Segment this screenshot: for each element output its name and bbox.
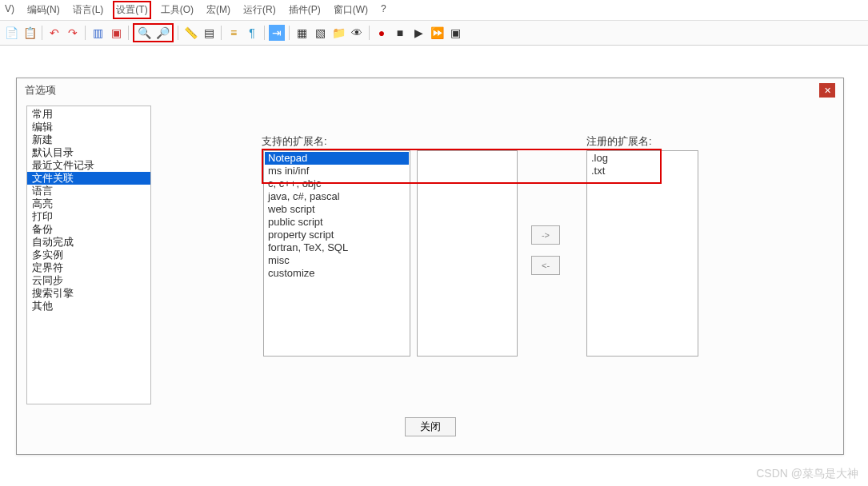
sidebar-item-search-engine[interactable]: 搜索引擎 <box>27 287 150 300</box>
grid-icon[interactable]: ▤ <box>201 25 217 41</box>
registered-ext-label: 注册的扩展名: <box>586 134 652 149</box>
list-item[interactable]: property script <box>265 229 409 241</box>
sidebar-item-delimiter[interactable]: 定界符 <box>27 261 150 274</box>
list-item[interactable]: web script <box>265 203 409 216</box>
marker-icon[interactable]: ▣ <box>108 25 124 41</box>
preferences-dialog: 首选项 ✕ 常用 编辑 新建 默认目录 最近文件记录 文件关联 语言 高亮 打印… <box>16 78 844 455</box>
separator <box>264 26 265 40</box>
arrow-left-button[interactable]: <- <box>531 256 560 275</box>
separator <box>42 26 42 40</box>
menu-encoding[interactable]: 编码(N) <box>26 2 62 18</box>
sidebar-item-highlight[interactable]: 高亮 <box>27 197 150 210</box>
menu-language[interactable]: 语言(L) <box>71 2 106 18</box>
list-item[interactable]: customize <box>265 267 409 280</box>
indent-icon[interactable]: ⇥ <box>269 25 285 41</box>
separator <box>128 26 129 40</box>
separator <box>221 26 222 40</box>
close-button[interactable]: ✕ <box>819 83 835 98</box>
fast-forward-icon[interactable]: ⏩ <box>429 25 445 41</box>
highlighted-tools: 🔍 🔎 <box>133 23 174 42</box>
list-item[interactable]: java, c#, pascal <box>265 190 409 203</box>
zoom-in-icon[interactable]: 🔍 <box>136 25 152 41</box>
stop-icon[interactable]: ■ <box>392 25 408 41</box>
arrow-right-button[interactable]: -> <box>531 225 560 245</box>
menu-help[interactable]: ? <box>379 2 388 18</box>
list-item[interactable]: c, c++, objc <box>265 177 409 190</box>
folder-icon[interactable]: 📁 <box>330 25 346 41</box>
list-item[interactable]: Notepad <box>265 152 409 165</box>
registered-ext-listbox[interactable]: .log .txt <box>586 150 698 357</box>
menubar: V) 编码(N) 语言(L) 设置(T) 工具(O) 宏(M) 运行(R) 插件… <box>0 0 868 21</box>
file-icon[interactable]: 📄 <box>3 25 19 41</box>
chart-icon[interactable]: ▥ <box>90 25 106 41</box>
sidebar-item-cloud[interactable]: 云同步 <box>27 274 150 287</box>
list-item[interactable]: ms ini/inf <box>265 165 409 177</box>
menu-tools[interactable]: 工具(O) <box>159 2 195 18</box>
redo-icon[interactable]: ↷ <box>65 25 81 41</box>
sidebar-item-new[interactable]: 新建 <box>27 133 150 146</box>
list-item[interactable]: misc <box>265 254 409 267</box>
separator <box>178 26 178 40</box>
sidebar-item-backup[interactable]: 备份 <box>27 223 150 236</box>
middle-listbox[interactable] <box>417 150 518 357</box>
ruler-icon[interactable]: 📏 <box>182 25 198 41</box>
preferences-sidebar: 常用 编辑 新建 默认目录 最近文件记录 文件关联 语言 高亮 打印 备份 自动… <box>26 106 151 404</box>
eye-icon[interactable]: 👁 <box>349 25 365 41</box>
sidebar-item-multi-instance[interactable]: 多实例 <box>27 249 150 261</box>
list-item[interactable]: fortran, TeX, SQL <box>265 241 409 254</box>
list-icon[interactable]: ≡ <box>226 25 242 41</box>
close-dialog-button[interactable]: 关闭 <box>405 417 456 436</box>
menu-macro[interactable]: 宏(M) <box>205 2 232 18</box>
separator <box>369 26 370 40</box>
sidebar-item-edit[interactable]: 编辑 <box>27 121 150 133</box>
list-item[interactable]: public script <box>265 216 409 229</box>
separator <box>85 26 86 40</box>
list-item[interactable]: .txt <box>588 165 697 177</box>
pilcrow-icon[interactable]: ¶ <box>244 25 260 41</box>
sidebar-item-file-assoc[interactable]: 文件关联 <box>27 172 150 185</box>
undo-icon[interactable]: ↶ <box>46 25 62 41</box>
sidebar-item-default-dir[interactable]: 默认目录 <box>27 146 150 159</box>
watermark: CSDN @菜鸟是大神 <box>756 467 858 481</box>
separator <box>289 26 290 40</box>
format2-icon[interactable]: ▧ <box>312 25 328 41</box>
dialog-title: 首选项 <box>25 83 56 98</box>
list-item[interactable]: .log <box>588 152 697 165</box>
zoom-out-icon[interactable]: 🔎 <box>154 25 170 41</box>
sidebar-item-recent-files[interactable]: 最近文件记录 <box>27 159 150 172</box>
sidebar-item-other[interactable]: 其他 <box>27 300 150 313</box>
menu-run[interactable]: 运行(R) <box>242 2 278 18</box>
text-record-icon[interactable]: ▣ <box>447 25 463 41</box>
menu-window[interactable]: 窗口(W) <box>332 2 370 18</box>
sidebar-item-general[interactable]: 常用 <box>27 108 150 121</box>
sidebar-item-language[interactable]: 语言 <box>27 185 150 197</box>
copy-icon[interactable]: 📋 <box>22 25 38 41</box>
format-icon[interactable]: ▦ <box>294 25 310 41</box>
sidebar-item-autocomplete[interactable]: 自动完成 <box>27 236 150 249</box>
main-pane: 支持的扩展名: 注册的扩展名: Notepad ms ini/inf c, c+… <box>159 106 835 404</box>
supported-ext-label: 支持的扩展名: <box>262 134 327 149</box>
sidebar-item-print[interactable]: 打印 <box>27 210 150 223</box>
supported-ext-listbox[interactable]: Notepad ms ini/inf c, c++, objc java, c#… <box>263 150 410 357</box>
toolbar: 📄 📋 ↶ ↷ ▥ ▣ 🔍 🔎 📏 ▤ ≡ ¶ ⇥ ▦ ▧ 📁 👁 ● ■ ▶ … <box>0 21 868 46</box>
menu-view[interactable]: V) <box>3 2 16 18</box>
play-icon[interactable]: ▶ <box>410 25 426 41</box>
menu-plugins[interactable]: 插件(P) <box>287 2 322 18</box>
record-icon[interactable]: ● <box>374 25 390 41</box>
menu-settings[interactable]: 设置(T) <box>113 1 150 19</box>
